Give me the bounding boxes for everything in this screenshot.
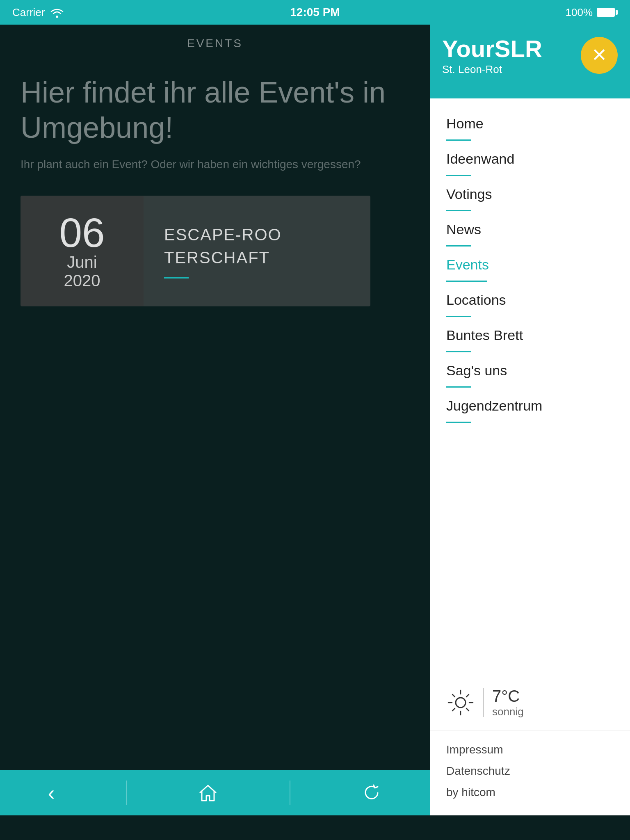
nav-menu: HomeIdeenwandVotingsNewsEventsLocationsB… <box>430 98 630 675</box>
subtitle: Ihr plant auch ein Event? Oder wir haben… <box>21 158 409 171</box>
weather-divider <box>483 688 484 717</box>
sidebar: YourSLR St. Leon-Rot × HomeIdeenwandVoti… <box>430 25 630 815</box>
status-time: 12:05 PM <box>290 6 340 19</box>
event-year: 2020 <box>64 272 100 290</box>
svg-point-0 <box>56 16 58 18</box>
battery-percent: 100% <box>566 6 593 19</box>
wifi-icon <box>50 7 64 18</box>
main-container: EVENTS Hier findet ihr alle Event's in U… <box>0 25 630 815</box>
sidebar-menu-item-events[interactable]: Events <box>430 248 630 283</box>
sidebar-menu-item-news[interactable]: News <box>430 212 630 248</box>
sun-icon <box>446 688 475 717</box>
home-button[interactable] <box>173 778 243 807</box>
sidebar-menu-item-votings[interactable]: Votings <box>430 177 630 212</box>
sidebar-menu-item-ideenwand[interactable]: Ideenwand <box>430 142 630 177</box>
status-battery: 100% <box>566 6 618 19</box>
content-area: EVENTS Hier findet ihr alle Event's in U… <box>0 25 430 815</box>
footer-link-2[interactable]: by hitcom <box>446 782 614 803</box>
weather-info: 7°C sonnig <box>492 687 524 718</box>
weather-section: 7°C sonnig <box>430 675 630 731</box>
brand-text: YourSLR St. Leon-Rot <box>442 37 542 76</box>
footer-link-0[interactable]: Impressum <box>446 739 614 760</box>
events-header: EVENTS <box>0 25 430 58</box>
event-date-block: 06 Juni 2020 <box>21 196 144 306</box>
content-inner: Hier findet ihr alle Event's in Umgebung… <box>0 58 430 323</box>
weather-description: sonnig <box>492 705 524 718</box>
event-month: Juni <box>67 253 97 272</box>
event-card[interactable]: 06 Juni 2020 ESCAPE-ROOTERSCHAFT <box>21 196 370 306</box>
sidebar-menu-item-buntes-brett[interactable]: Buntes Brett <box>430 318 630 354</box>
event-day: 06 <box>59 212 105 253</box>
refresh-button[interactable] <box>337 778 406 807</box>
nav-divider-2 <box>290 781 290 805</box>
footer-link-1[interactable]: Datenschutz <box>446 760 614 782</box>
back-icon: ‹ <box>48 781 55 805</box>
close-button[interactable]: × <box>581 37 618 74</box>
svg-line-8 <box>466 694 469 697</box>
sidebar-menu-item-jugendzentrum[interactable]: Jugendzentrum <box>430 389 630 424</box>
status-bar: Carrier 12:05 PM 100% <box>0 0 630 25</box>
event-info: ESCAPE-ROOTERSCHAFT <box>144 196 370 306</box>
main-title: Hier findet ihr alle Event's in Umgebung… <box>21 75 409 146</box>
event-divider <box>164 277 189 278</box>
sidebar-menu-item-sag-s-uns[interactable]: Sag's uns <box>430 354 630 389</box>
brand-location: St. Leon-Rot <box>442 63 542 76</box>
svg-line-9 <box>452 708 455 711</box>
refresh-icon <box>361 783 382 803</box>
sidebar-menu-item-home[interactable]: Home <box>430 107 630 142</box>
sidebar-menu-item-locations[interactable]: Locations <box>430 283 630 318</box>
footer-links: ImpressumDatenschutzby hitcom <box>430 731 630 815</box>
svg-line-6 <box>452 694 455 697</box>
battery-icon <box>597 8 618 17</box>
svg-line-7 <box>466 708 469 711</box>
svg-point-1 <box>456 698 466 708</box>
weather-temperature: 7°C <box>492 687 524 705</box>
sidebar-header: YourSLR St. Leon-Rot × <box>430 25 630 98</box>
nav-divider-1 <box>126 781 127 805</box>
bottom-nav: ‹ <box>0 770 430 815</box>
back-button[interactable]: ‹ <box>23 777 80 809</box>
carrier-label: Carrier <box>12 6 45 19</box>
brand-name: YourSLR <box>442 37 542 61</box>
event-name: ESCAPE-ROOTERSCHAFT <box>164 223 350 269</box>
close-icon: × <box>592 42 606 67</box>
home-icon <box>198 783 218 803</box>
status-carrier: Carrier <box>12 6 64 19</box>
